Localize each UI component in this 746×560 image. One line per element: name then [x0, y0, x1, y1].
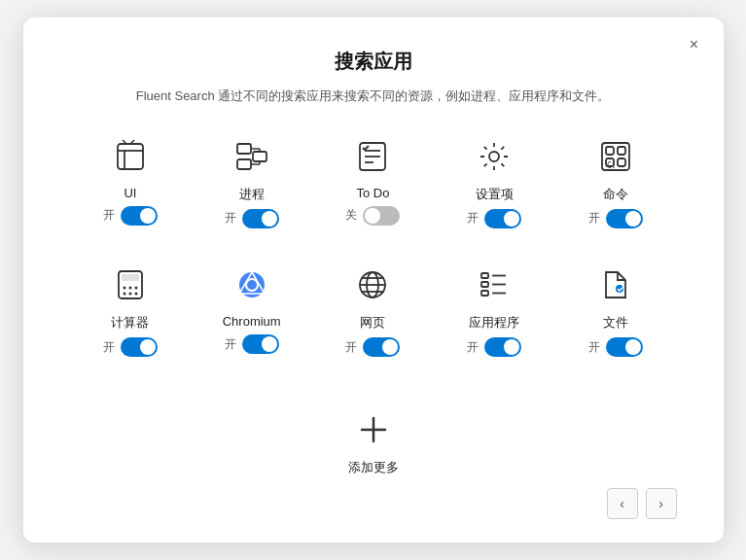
settings-icon	[471, 133, 517, 180]
app-item-ui: UI开	[70, 133, 192, 251]
chromium-toggle-row: 开	[225, 334, 279, 354]
command-toggle-label: 开	[588, 210, 600, 227]
dialog-title: 搜索应用	[70, 49, 677, 75]
chromium-icon	[229, 262, 275, 308]
svg-rect-3	[253, 152, 266, 161]
apps-toggle-label: 开	[467, 339, 479, 356]
apps-toggle[interactable]	[484, 337, 521, 357]
settings-name: 设置项	[476, 186, 514, 203]
svg-rect-38	[481, 291, 488, 296]
apps-icon	[471, 262, 517, 308]
apps-toggle-row: 开	[467, 337, 521, 357]
svg-rect-15	[618, 147, 625, 155]
svg-point-30	[248, 281, 256, 289]
process-toggle-row: 开	[225, 209, 279, 228]
search-apps-dialog: × 搜索应用 Fluent Search 通过不同的搜索应用来搜索不同的资源，例…	[23, 18, 724, 542]
process-name: 进程	[239, 186, 265, 203]
apps-name: 应用程序	[469, 314, 519, 332]
svg-rect-14	[606, 147, 614, 155]
app-item-todo: To Do关	[312, 133, 434, 251]
process-toggle[interactable]	[242, 209, 279, 228]
add-more-icon	[350, 406, 397, 453]
todo-toggle-label: 关	[345, 207, 357, 224]
settings-toggle[interactable]	[484, 209, 521, 228]
web-toggle-row: 开	[345, 337, 400, 357]
app-item-chromium: Chromium开	[191, 262, 312, 379]
app-item-calculator: 计算器开	[70, 262, 192, 379]
web-name: 网页	[360, 314, 385, 332]
todo-name: To Do	[357, 186, 390, 200]
calculator-toggle-row: 开	[103, 337, 158, 357]
files-icon	[592, 262, 639, 308]
web-toggle-label: 开	[345, 339, 357, 356]
ui-name: UI	[124, 186, 136, 200]
svg-point-25	[128, 293, 131, 296]
chromium-toggle[interactable]	[242, 334, 279, 354]
settings-toggle-row: 开	[467, 209, 521, 228]
svg-point-23	[134, 287, 137, 290]
svg-rect-17	[618, 158, 625, 166]
todo-icon	[349, 133, 396, 180]
app-item-apps: 应用程序开	[434, 262, 555, 379]
ui-toggle-label: 开	[103, 207, 115, 224]
svg-point-26	[134, 293, 137, 296]
svg-rect-37	[481, 282, 488, 287]
files-name: 文件	[603, 314, 628, 332]
svg-rect-2	[237, 159, 251, 169]
ui-toggle[interactable]	[121, 206, 158, 226]
app-item-settings: 设置项开	[434, 133, 555, 251]
svg-point-21	[123, 287, 125, 290]
web-toggle[interactable]	[363, 337, 400, 357]
app-item-command: C: 命令开	[555, 133, 677, 251]
svg-text:C:: C:	[607, 161, 617, 170]
command-toggle[interactable]	[606, 209, 643, 228]
files-toggle-label: 开	[588, 339, 600, 356]
ui-toggle-row: 开	[103, 206, 158, 226]
add-more-button[interactable]: 添加更多	[70, 406, 677, 476]
web-icon	[349, 262, 396, 308]
ui-icon	[107, 133, 154, 180]
svg-rect-20	[122, 274, 139, 281]
calculator-name: 计算器	[111, 314, 149, 332]
command-name: 命令	[603, 186, 628, 203]
command-icon: C:	[592, 133, 639, 180]
app-item-files: 文件开	[555, 262, 677, 379]
files-toggle[interactable]	[606, 337, 643, 357]
app-item-process: 进程开	[191, 133, 312, 251]
dialog-description: Fluent Search 通过不同的搜索应用来搜索不同的资源，例如进程、应用程…	[70, 87, 677, 106]
svg-rect-0	[118, 144, 143, 169]
process-icon	[229, 133, 275, 180]
next-button[interactable]: ›	[646, 488, 677, 519]
apps-grid: UI开 进程开 To Do关 设置项开 C: 命令开	[70, 133, 677, 380]
command-toggle-row: 开	[588, 209, 643, 228]
todo-toggle[interactable]	[363, 206, 400, 226]
todo-toggle-row: 关	[345, 206, 400, 226]
svg-rect-36	[481, 273, 488, 278]
svg-point-22	[128, 287, 131, 290]
bottom-navigation: ‹ ›	[70, 476, 677, 519]
app-item-web: 网页开	[312, 262, 434, 379]
calculator-toggle-label: 开	[103, 339, 115, 356]
add-more-label: 添加更多	[348, 459, 399, 476]
prev-button[interactable]: ‹	[607, 488, 638, 519]
files-toggle-row: 开	[588, 337, 643, 357]
svg-rect-1	[237, 144, 251, 154]
chromium-name: Chromium	[223, 314, 281, 329]
close-button[interactable]: ×	[681, 31, 708, 58]
svg-point-12	[489, 152, 499, 161]
calculator-icon	[107, 262, 154, 308]
calculator-toggle[interactable]	[121, 337, 158, 357]
process-toggle-label: 开	[225, 210, 236, 227]
chromium-toggle-label: 开	[225, 336, 236, 353]
svg-point-24	[123, 293, 125, 296]
settings-toggle-label: 开	[467, 210, 479, 227]
